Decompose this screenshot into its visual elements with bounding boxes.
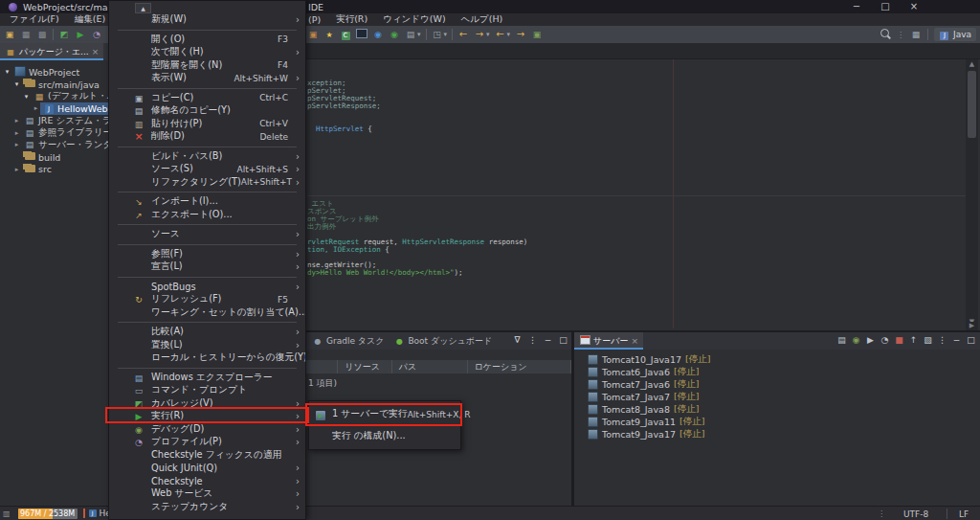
context-menu-item[interactable]: ビルド・パス(B): [109, 150, 305, 164]
toolbar-button[interactable]: [451, 28, 454, 41]
column-header[interactable]: パス: [392, 360, 468, 373]
tree-item[interactable]: HellowWeb.java: [0, 102, 108, 115]
tree-expander-icon[interactable]: [3, 68, 11, 76]
close-tab-icon[interactable]: ×: [92, 47, 100, 57]
toolbar-button[interactable]: [425, 28, 428, 41]
filter-icon[interactable]: [512, 334, 523, 346]
context-menu-item[interactable]: 開く(O) F3: [109, 34, 305, 47]
server-list-item[interactable]: Tomcat7_Java6 [停止]: [587, 378, 980, 391]
server-list-item[interactable]: Tomcat10_Java17 [停止]: [587, 353, 980, 366]
scrollbar-thumb[interactable]: [968, 71, 976, 138]
context-menu-item[interactable]: ソース(S) Alt+Shift+S: [109, 163, 305, 176]
open-perspective-icon[interactable]: [910, 29, 922, 40]
server-list-item[interactable]: Tomcat9_Java17 [停止]: [587, 428, 980, 441]
table-row[interactable]: 1 項目): [308, 377, 337, 390]
line-ending-status[interactable]: LF: [947, 509, 980, 519]
context-menu-item[interactable]: SpotBugs: [109, 281, 305, 294]
toolbar-button[interactable]: [57, 28, 71, 41]
context-menu-item[interactable]: プロファイル(P): [109, 436, 305, 449]
toolbar-button[interactable]: [35, 28, 49, 41]
new-server-icon[interactable]: [836, 334, 847, 346]
toolbar-button[interactable]: [404, 28, 422, 41]
heap-status-widget[interactable]: 967M / 2538M: [18, 509, 78, 519]
panel-tab[interactable]: Gradle タスク: [307, 332, 389, 350]
profile-server-icon[interactable]: [880, 334, 890, 346]
clean-server-icon[interactable]: [923, 334, 933, 346]
submenu-item[interactable]: 実行 の構成(N)...: [309, 425, 460, 447]
menubar-item[interactable]: (P): [308, 14, 321, 25]
tree-item[interactable]: JRE システム・ライブラリー: [0, 115, 108, 127]
toolbar-button[interactable]: [355, 28, 368, 41]
menu-scroll-up-icon[interactable]: ▲: [135, 3, 151, 13]
context-menu-item[interactable]: デバッグ(D): [109, 423, 305, 437]
toolbar-button[interactable]: [530, 28, 544, 41]
context-menu-item[interactable]: Checkstyle フィックスの適用: [109, 449, 305, 463]
status-overflow-icon[interactable]: ⋮: [878, 509, 885, 518]
toolbar-button[interactable]: [306, 28, 320, 41]
context-menu-item[interactable]: 新規(W): [109, 13, 305, 27]
tree-expander-icon[interactable]: [12, 129, 21, 137]
toolbar-button[interactable]: [514, 28, 527, 41]
stop-server-icon[interactable]: [894, 334, 904, 346]
publish-server-icon[interactable]: [908, 334, 919, 346]
tree-expander-icon[interactable]: [22, 93, 31, 101]
submenu-item[interactable]: 1 サーバーで実行 Alt+Shift+X, R: [309, 403, 460, 425]
scroll-up-icon[interactable]: ▲: [966, 59, 978, 69]
context-menu-item[interactable]: インポート(I)...: [109, 195, 305, 209]
minimize-icon[interactable]: [543, 334, 553, 346]
encoding-status[interactable]: UTF-8: [885, 509, 947, 519]
tree-item[interactable]: 参照ライブラリー: [0, 126, 108, 139]
view-menu-icon[interactable]: [937, 334, 947, 346]
context-menu-item[interactable]: [118, 244, 297, 245]
toolbar-button[interactable]: [431, 28, 449, 41]
minimize-icon[interactable]: [951, 334, 962, 346]
toolbar-button[interactable]: [19, 28, 33, 41]
toolbar-button[interactable]: [74, 28, 87, 41]
toolbar-button[interactable]: [494, 28, 512, 41]
toolbar-button[interactable]: [323, 28, 336, 41]
context-menu-item[interactable]: コピー(C) Ctrl+C: [109, 92, 305, 105]
start-server-icon[interactable]: [865, 334, 876, 346]
context-menu-item[interactable]: Windows エクスプローラー: [109, 372, 305, 385]
servers-tab[interactable]: サーバー ×: [574, 332, 643, 350]
toolbar-overflow-icon[interactable]: ⋮: [897, 31, 904, 39]
maximize-icon[interactable]: [966, 334, 976, 346]
context-menu-item[interactable]: Web サービス: [109, 487, 305, 501]
context-menu-item[interactable]: 削除(D) Delete: [109, 130, 305, 144]
context-menu-item[interactable]: [118, 277, 297, 278]
context-menu-item[interactable]: 宣言(L): [109, 260, 305, 274]
server-list-item[interactable]: Tomcat7_Java7 [停止]: [587, 391, 980, 403]
tree-item[interactable]: src/main/java: [0, 79, 108, 91]
context-menu-item[interactable]: リフレッシュ(F) F5: [109, 293, 305, 306]
context-menu-item[interactable]: [118, 147, 297, 147]
explorer-tab[interactable]: パッケージ・エ... ×: [0, 43, 103, 60]
menubar-item[interactable]: 実行(R): [336, 13, 368, 26]
maximize-window-icon[interactable]: □: [871, 0, 900, 13]
context-menu-item[interactable]: コマンド・プロンプト: [109, 384, 305, 397]
toolbar-button[interactable]: [52, 28, 55, 41]
minimize-window-icon[interactable]: −: [842, 0, 871, 13]
tree-expander-icon[interactable]: [32, 104, 40, 112]
tree-item[interactable]: サーバー・ランタイム [Tom: [0, 139, 108, 151]
maximize-icon[interactable]: [558, 334, 568, 346]
toolbar-button[interactable]: [90, 28, 103, 41]
tree-item[interactable]: build: [0, 151, 108, 164]
tree-item[interactable]: WebProject: [0, 66, 108, 79]
context-menu-item[interactable]: [118, 368, 297, 369]
context-menu-item[interactable]: 次で開く(H): [109, 46, 305, 59]
context-menu-item[interactable]: ステップカウンタ: [109, 501, 305, 514]
context-menu-item[interactable]: 貼り付け(P) Ctrl+V: [109, 118, 305, 131]
close-tab-icon[interactable]: ×: [631, 336, 638, 346]
server-list-item[interactable]: Tomcat8_Java8 [停止]: [587, 403, 980, 416]
tree-expander-icon[interactable]: [12, 141, 21, 148]
context-menu-item[interactable]: [118, 224, 297, 225]
context-menu-item[interactable]: [118, 30, 297, 31]
toolbar-button[interactable]: [339, 28, 352, 41]
tree-expander-icon[interactable]: [12, 117, 21, 124]
context-menu-item[interactable]: 実行(R): [109, 410, 305, 423]
search-icon[interactable]: [880, 29, 891, 40]
toolbar-button[interactable]: [457, 28, 470, 41]
editor-vertical-scrollbar[interactable]: ▲ ▼: [966, 59, 978, 327]
context-menu-item[interactable]: [109, 513, 305, 520]
toolbar-button[interactable]: [388, 28, 401, 41]
